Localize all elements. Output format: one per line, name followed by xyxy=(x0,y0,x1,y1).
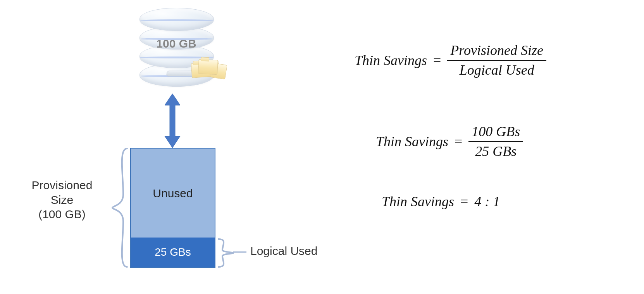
formula-result: Thin Savings = 4 : 1 xyxy=(382,193,500,210)
equals-sign: = xyxy=(433,52,441,68)
formula-lhs: Thin Savings xyxy=(355,52,427,68)
fraction: Provisioned Size Logical Used xyxy=(447,43,546,79)
formula-substituted: Thin Savings = 100 GBs 25 GBs xyxy=(376,124,523,160)
formula-lhs: Thin Savings xyxy=(376,133,448,150)
equals-sign: = xyxy=(455,133,462,150)
fraction-denominator: 25 GBs xyxy=(472,144,520,159)
database-icon: 100 GB xyxy=(132,8,232,97)
provisioned-line-2: Size xyxy=(51,193,73,206)
volume-used-segment: 25 GBs xyxy=(131,238,215,267)
disk-capacity-label: 100 GB xyxy=(132,37,221,50)
formula-definition: Thin Savings = Provisioned Size Logical … xyxy=(355,43,546,79)
diagram-canvas: 100 GB Unused 25 GBs Provisioned Size (1… xyxy=(0,0,644,294)
formula-lhs: Thin Savings xyxy=(382,193,454,210)
volume-unused-segment: Unused xyxy=(131,149,215,238)
provisioned-line-3: (100 GB) xyxy=(38,208,86,220)
brace-left-icon xyxy=(112,148,129,268)
equals-sign: = xyxy=(460,193,468,210)
brace-connector xyxy=(233,251,246,253)
fraction-denominator: Logical Used xyxy=(456,62,537,78)
provisioned-size-label: Provisioned Size (100 GB) xyxy=(14,178,110,222)
fraction-bar xyxy=(468,141,523,142)
fraction-bar xyxy=(447,60,546,61)
double-arrow-icon xyxy=(163,94,182,148)
fraction-numerator: 100 GBs xyxy=(468,124,523,140)
provisioned-line-1: Provisioned xyxy=(32,179,93,191)
folders-icon xyxy=(190,57,229,84)
volume-box: Unused 25 GBs xyxy=(130,148,215,268)
fraction-numerator: Provisioned Size xyxy=(447,43,546,58)
logical-used-label: Logical Used xyxy=(250,244,317,258)
volume-unused-label: Unused xyxy=(153,187,193,200)
fraction: 100 GBs 25 GBs xyxy=(468,124,523,160)
svg-marker-0 xyxy=(165,94,180,148)
formula-rhs: 4 : 1 xyxy=(474,193,500,210)
brace-right-icon xyxy=(217,238,234,268)
volume-used-label: 25 GBs xyxy=(155,246,191,258)
